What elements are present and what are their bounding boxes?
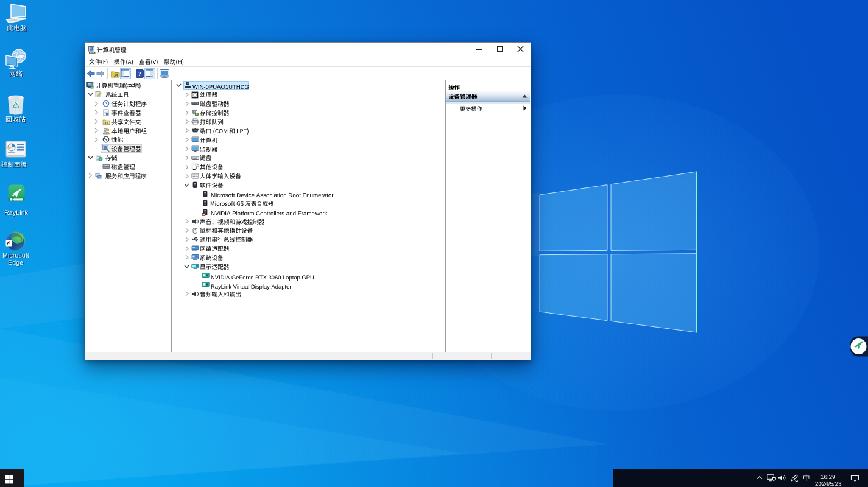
svg-text:?: ? [138,70,141,77]
